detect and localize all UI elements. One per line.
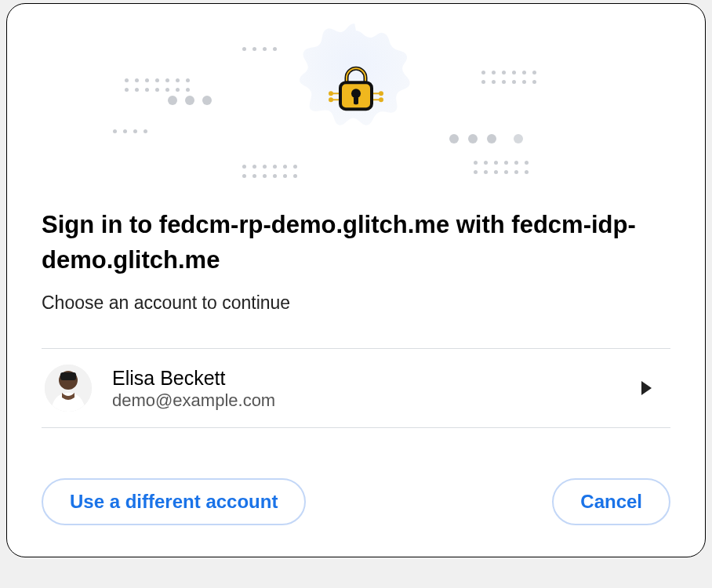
hero-illustration — [7, 4, 705, 184]
account-name: Elisa Beckett — [112, 365, 621, 391]
svg-point-2 — [380, 92, 383, 95]
account-info: Elisa Beckett demo@example.com — [112, 365, 621, 412]
signin-dialog: Sign in to fedcm-rp-demo.glitch.me with … — [6, 3, 706, 557]
dialog-content: Sign in to fedcm-rp-demo.glitch.me with … — [7, 208, 705, 525]
avatar — [45, 365, 92, 412]
chevron-right-icon — [641, 381, 652, 395]
use-different-account-button[interactable]: Use a different account — [42, 478, 306, 525]
svg-point-0 — [329, 92, 332, 95]
cancel-button[interactable]: Cancel — [552, 478, 670, 525]
lock-icon — [326, 59, 386, 122]
dialog-subtitle: Choose an account to continue — [42, 292, 670, 314]
account-list: Elisa Beckett demo@example.com — [42, 348, 670, 428]
svg-rect-9 — [60, 372, 76, 380]
dialog-title: Sign in to fedcm-rp-demo.glitch.me with … — [42, 208, 670, 278]
svg-rect-6 — [354, 96, 358, 104]
account-email: demo@example.com — [112, 390, 621, 411]
dialog-footer: Use a different account Cancel — [42, 478, 670, 525]
svg-point-3 — [380, 98, 383, 101]
account-row[interactable]: Elisa Beckett demo@example.com — [42, 349, 670, 428]
svg-point-1 — [329, 98, 332, 101]
